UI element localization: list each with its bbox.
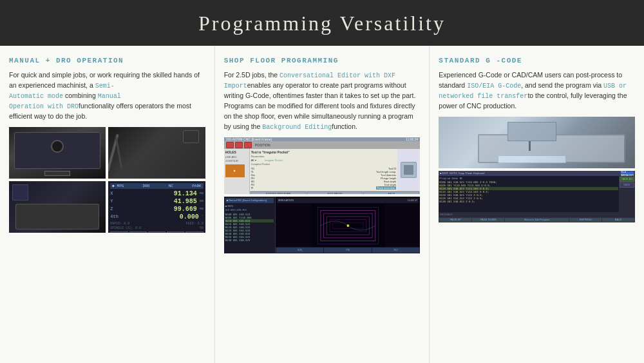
gcode-pagedown-btn[interactable]: PAGE DOWN (472, 218, 504, 222)
conv-orange-block: ▶ (225, 164, 245, 177)
dro-label: ■ MPG (112, 184, 124, 188)
sim-ro-btn[interactable]: RO (372, 248, 420, 253)
conv-holes-label: HOLES (225, 150, 248, 154)
gcode-edit-title: ■ EDIT (440, 172, 448, 175)
section-title-shop: SHOP FLOOR PROGRAMMING (224, 56, 421, 65)
section-body-shop: For 2.5D jobs, the Conversational Editor… (224, 70, 421, 132)
conv-export-btn[interactable]: EXPORT PROGRAM (251, 191, 307, 194)
column-manual-dro: MANUAL + DRO OPERATION For quick and sim… (0, 46, 215, 363)
sim-view: SIMULATION 11:46:17 (276, 197, 421, 253)
conv-complex-label: Complex Pocket (251, 162, 397, 166)
conv-btn-red2[interactable] (235, 142, 243, 148)
dro-axis-x: X 91.134 mm (110, 190, 203, 197)
sim-top-bar: SIMULATION 11:46:17 (277, 198, 419, 203)
link-iso-eia[interactable]: ISO/EIA G-Code (467, 83, 521, 90)
dro-axis-4th: 4th 0.000 ° (110, 213, 203, 221)
gcode-prog-label: Program Demo NC (439, 177, 618, 180)
conv-pos-label: POSITION (255, 143, 270, 147)
sim-time: 11:46:17 (408, 199, 418, 202)
conv-pocket-preview (401, 162, 417, 178)
conv-ak-label: AK ▾ (251, 159, 264, 162)
link-background-edit[interactable]: Background Editing (262, 124, 332, 131)
gcode-bottom-bar: PAGE UP PAGE DOWN Select in Sub Program … (439, 217, 635, 222)
img-cnc-3d (439, 117, 635, 168)
gcode-refresh-btn[interactable]: REFRESH (569, 218, 601, 222)
dro-btn-ref[interactable]: REF (110, 231, 128, 233)
sim-y-btn[interactable]: Y/E (324, 248, 372, 253)
page-header: Programming Versatility (0, 0, 644, 46)
conv-contour[interactable]: CONTOUR (225, 159, 248, 162)
conv-edit-paths-btn[interactable]: EDIT PATHS (307, 191, 363, 194)
img-cnc-machine (9, 127, 106, 179)
gcode-paste: Paste (466, 172, 472, 175)
gcode-message-bar: MESSAGE (439, 212, 635, 217)
sim-toolpath-svg (276, 204, 421, 247)
img-cnc-cable (108, 127, 205, 179)
gcode-saveas-btn[interactable]: SAVE AS (620, 177, 634, 182)
sim-header-left: ■ Demo-FRC [Event Configuration] (225, 198, 274, 203)
section-body-gcode: Experienced G-Code or CAD/CAM users can … (439, 70, 635, 112)
gcode-pageup-btn[interactable]: PAGE UP (439, 218, 471, 222)
conv-btn-red1[interactable] (226, 142, 234, 148)
gcode-image-grid: ■ EDIT GOTO Copy Paste Keyboard FILE MAN… (439, 117, 635, 222)
dro-axis-z: Z 99.669 mm (110, 206, 203, 213)
sim-x-btn[interactable]: X/Z| (276, 248, 324, 253)
dro-park: PARK (192, 184, 201, 188)
img-shop-floor (9, 181, 106, 233)
page-title: Programming Versatility (198, 12, 446, 35)
conv-btn-red3[interactable] (244, 142, 252, 148)
conv-back-btn[interactable]: BACK (363, 191, 419, 194)
section-title-gcode: STANDARD G -CODE (439, 56, 635, 65)
sim-gcode-9: N140 G01 X40.523 (225, 239, 274, 242)
dro-spindle-label: SPINDLE (S): 0.0 (110, 226, 141, 230)
dro-axis-y: Y 41.985 mm (110, 198, 203, 205)
img-dro-screen: ■ MPG DRO NC PARK X 91.134 mm Y 41.9 (108, 181, 205, 233)
conv-pocket-type: Irregular Pocket (265, 159, 283, 162)
shop-text-3: function. (332, 123, 357, 130)
gcode-select-subprog[interactable]: Select in Sub Program (505, 218, 569, 222)
conv-pi-label: PIPack increment (251, 186, 397, 190)
gcode-block-n130: N130 G01 X40.823 Z-0.5; (439, 200, 618, 203)
page-container: Programming Versatility MANUAL + DRO OPE… (0, 0, 644, 363)
section-title-manual: MANUAL + DRO OPERATION (9, 56, 205, 65)
gcode-save-btn[interactable]: SAVE (620, 182, 634, 188)
img-simulation: ■ Demo-FRC [Event Configuration] ■ MEN X… (224, 197, 421, 253)
dro-btn-feed[interactable]: FEED (129, 231, 147, 233)
conv-tool-is-label: Tool is "Irregular Pocket" (251, 150, 397, 154)
shop-text-2: enables any operator to create part prog… (224, 81, 416, 130)
img-gcode-editor: ■ EDIT GOTO Copy Paste Keyboard FILE MAN… (439, 171, 635, 222)
column-shop-floor: SHOP FLOOR PROGRAMMING For 2.5D jobs, th… (215, 46, 430, 363)
conv-param-label: Parameters (251, 155, 397, 158)
gcode-keyboard: Keyboard (473, 172, 484, 175)
body-text-2: combining (63, 92, 98, 99)
gcode-text-2: , and send the program via (521, 81, 603, 89)
manual-image-grid: ■ MPG DRO NC PARK X 91.134 mm Y 41.9 (9, 127, 205, 233)
dro-header: ■ MPG DRO NC PARK (110, 183, 203, 189)
conv-line-arc[interactable]: LINE ARC (225, 155, 248, 159)
dro-btn-spindle[interactable]: SPINDLE (167, 231, 184, 233)
gcode-goto: GOTO (450, 172, 457, 175)
img-conv-editor: 200-A070M-CNC [Event Frame] 11:06:34 POS… (224, 137, 421, 194)
dro-btn-back[interactable]: BACK (185, 231, 203, 233)
dro-feed-label: FEED: 0.0 (186, 222, 204, 226)
sim-menu-label: ■ MEN (225, 204, 274, 208)
dro-rapid-label: RAPID: 0.0 (110, 222, 129, 226)
section-body-manual: For quick and simple jobs, or work requi… (9, 70, 205, 122)
shop-text-1: For 2.5D jobs, the (224, 71, 279, 79)
shop-image-grid: 200-A070M-CNC [Event Frame] 11:06:34 POS… (224, 137, 421, 253)
sim-coords: X/Z: 600 | Z/E: RO (225, 208, 274, 211)
column-gcode: STANDARD G -CODE Experienced G-Code or C… (430, 46, 644, 363)
dro-mode: DRO (143, 184, 150, 188)
gcode-back-btn2[interactable]: BACK (602, 218, 634, 222)
dro-spindle-val: 50 (200, 226, 204, 230)
sim-bottom-bar: X/Z| Y/E RO (276, 247, 421, 253)
dro-nc: NC (169, 184, 173, 188)
dro-btn-goto[interactable]: GO TO (148, 231, 166, 233)
file-manager-btn[interactable]: FILE MANAGER (621, 172, 634, 175)
gcode-copy: Copy (459, 172, 464, 175)
main-content: MANUAL + DRO OPERATION For quick and sim… (0, 46, 644, 363)
